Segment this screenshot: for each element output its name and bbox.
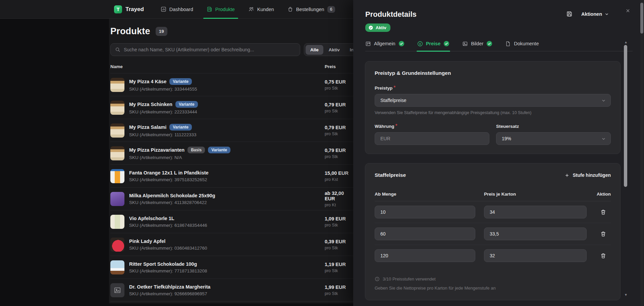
- drawer-scrollbar-thumb[interactable]: [624, 45, 627, 187]
- menge-input[interactable]: [375, 206, 475, 218]
- product-price-unit: pro Stk: [325, 109, 353, 113]
- product-thumbnail: [110, 123, 124, 138]
- tier-table-header: Ab Menge Preis je Karton Aktion: [375, 192, 611, 201]
- svg-text:€: €: [419, 42, 421, 45]
- product-thumbnail: [110, 146, 124, 160]
- product-name: My Pizza 4 Käse: [129, 79, 166, 84]
- tab-label: Bilder: [471, 41, 483, 46]
- product-price: 0,75 EUR: [325, 79, 353, 85]
- status-filter: Alle Aktiv Inaktiv: [304, 43, 353, 56]
- check-circle-icon: [398, 41, 405, 47]
- product-name: My Pizza Pizzavarianten: [129, 147, 184, 153]
- table-row[interactable]: My Pizza 4 Käse Variante SKU (Artikelnum…: [110, 73, 353, 96]
- dashboard-icon: [161, 6, 166, 12]
- product-name: Milka Alpenmilch Schokolade 25x90g: [129, 193, 215, 198]
- chevron-down-icon: [601, 98, 606, 103]
- preis-input[interactable]: [484, 249, 587, 262]
- chevron-down-icon: [601, 137, 606, 141]
- delete-tier-button[interactable]: [597, 250, 609, 261]
- table-row[interactable]: Milka Alpenmilch Schokolade 25x90g SKU (…: [110, 188, 353, 210]
- delete-tier-button[interactable]: [597, 228, 609, 240]
- product-thumbnail: [110, 192, 124, 206]
- tier-row: [375, 201, 611, 223]
- orders-icon: [287, 6, 293, 12]
- euro-icon: €: [417, 41, 423, 47]
- check-circle-icon: [486, 41, 492, 47]
- search-icon: [115, 47, 120, 52]
- product-sku: SKU (Artikelnummer): 6186748354446: [129, 223, 207, 228]
- filter-aktiv[interactable]: Aktiv: [324, 45, 344, 55]
- column-header-price: Preis: [325, 64, 353, 69]
- tab-label: Dokumente: [514, 41, 539, 46]
- table-row[interactable]: Vio Apfelschorle 1L SKU (Artikelnummer):…: [110, 210, 353, 233]
- basis-badge: Basis: [187, 147, 205, 153]
- scroll-up-arrow[interactable]: ▲: [624, 40, 628, 44]
- product-sku: SKU (Artikelnummer): 333444555: [129, 87, 197, 92]
- actions-button[interactable]: Aktionen: [581, 11, 609, 17]
- tier-prices-card: Staffelpreise Stufe hinzufügen Ab Menge …: [365, 163, 621, 300]
- product-price: ab 32,00 EUR: [325, 191, 353, 201]
- product-thumbnail: [110, 238, 124, 252]
- page-scrollbar[interactable]: [640, 0, 643, 306]
- tab-bilder[interactable]: Bilder: [462, 41, 492, 47]
- table-row[interactable]: My Pizza Salami Variante SKU (Artikelnum…: [110, 119, 353, 142]
- column-header-menge: Ab Menge: [375, 192, 475, 197]
- tier-row: [375, 223, 611, 245]
- steuersatz-value: 19%: [502, 136, 511, 141]
- steuersatz-select[interactable]: 19%: [496, 132, 611, 145]
- customers-icon: [248, 6, 254, 12]
- brand[interactable]: T Trayed: [114, 0, 144, 18]
- menge-input[interactable]: [375, 249, 475, 262]
- filter-inaktiv[interactable]: Inaktiv: [345, 45, 353, 55]
- preis-input[interactable]: [484, 206, 587, 218]
- save-icon[interactable]: [566, 11, 573, 17]
- product-list-panel: Produkte 19 Alle Aktiv Inaktiv Name Prei…: [109, 19, 353, 303]
- scroll-down-arrow[interactable]: ▼: [624, 293, 628, 297]
- table-row[interactable]: Ritter Sport Schokolade 100g SKU (Artike…: [110, 256, 353, 279]
- orders-count-badge: 6: [327, 6, 335, 13]
- actions-label: Aktionen: [581, 11, 602, 17]
- tab-allgemein[interactable]: Allgemein: [365, 41, 405, 47]
- table-row[interactable]: My Pizza Pizzavarianten Basis Variante S…: [110, 142, 353, 165]
- search-input[interactable]: [124, 47, 296, 52]
- trash-icon: [600, 209, 606, 215]
- check-circle-icon: [443, 41, 449, 47]
- required-asterisk: *: [393, 85, 395, 91]
- preis-input[interactable]: [484, 227, 587, 240]
- product-thumbnail: [110, 101, 124, 115]
- tab-dokumente[interactable]: Dokumente: [505, 41, 539, 47]
- nav-item-dashboard[interactable]: Dashboard: [159, 0, 195, 18]
- card-title: Preistyp & Grundeinstellungen: [375, 70, 611, 76]
- table-row[interactable]: My Pizza Schinken Variante SKU (Artikeln…: [110, 96, 353, 119]
- nav-item-kunden[interactable]: Kunden: [246, 0, 276, 18]
- product-sku: SKU (Artikelnummer): 0360483412760: [129, 246, 207, 251]
- tab-preise[interactable]: € Preise: [417, 41, 450, 47]
- tier-usage-text: 3/10 Preisstufen verwendet: [383, 276, 436, 282]
- delete-tier-button[interactable]: [597, 206, 609, 218]
- waehrung-input[interactable]: [375, 132, 489, 145]
- product-sku: SKU (Artikelnummer): 111222333: [129, 132, 197, 137]
- product-price-unit: pro Stk: [325, 246, 353, 250]
- menge-input[interactable]: [375, 227, 475, 240]
- table-row[interactable]: Pink Lady Apfel SKU (Artikelnummer): 036…: [110, 233, 353, 256]
- trayed-logo-icon: T: [114, 5, 122, 13]
- product-price: 0,79 EUR: [325, 102, 353, 107]
- tab-label: Allgemein: [374, 41, 395, 46]
- product-price: 1,09 EUR: [325, 216, 353, 221]
- nav-item-bestellungen[interactable]: Bestellungen 6: [285, 0, 337, 18]
- table-row[interactable]: Dr. Oetker Tiefkühlpizza Margherita SKU …: [110, 279, 353, 302]
- page-scrollbar-thumb[interactable]: [640, 3, 643, 34]
- filter-alle[interactable]: Alle: [306, 45, 323, 55]
- variant-badge: Variante: [175, 101, 198, 108]
- table-row[interactable]: Fanta Orange 12x1 L in Pfandkiste SKU (A…: [110, 165, 353, 188]
- nav-item-produkte[interactable]: Produkte: [205, 0, 237, 18]
- add-icon: [565, 173, 570, 178]
- trash-icon: [600, 253, 606, 259]
- preistyp-select[interactable]: Staffelpreise: [375, 94, 611, 107]
- status-label: Aktiv: [376, 25, 386, 30]
- nav-item-label: Kunden: [257, 7, 274, 12]
- nav-item-label: Produkte: [215, 7, 235, 12]
- add-tier-button[interactable]: Stufe hinzufügen: [565, 172, 611, 178]
- tier-row: [375, 245, 611, 266]
- product-price: 0,79 EUR: [325, 125, 353, 130]
